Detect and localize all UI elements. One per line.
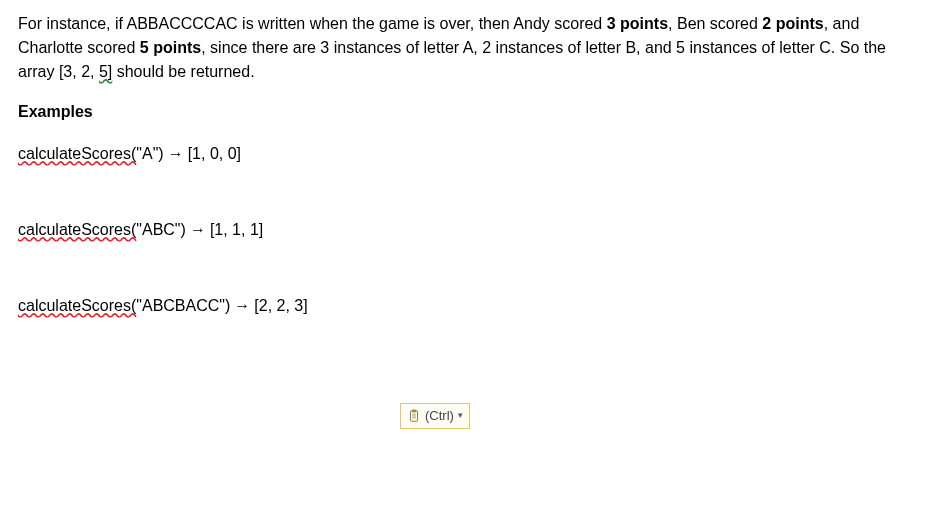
example-result: [2, 2, 3] [254, 297, 307, 314]
bold-5-points: 5 points [140, 39, 201, 56]
example-result: [1, 0, 0] [188, 145, 241, 162]
example-arg: "A") [136, 145, 163, 162]
grammar-squiggle: 5] [99, 63, 112, 80]
spell-squiggle: calculateScores( [18, 297, 136, 314]
example-2: calculateScores("ABC")→[1, 1, 1] [18, 218, 908, 242]
intro-paragraph: For instance, if ABBACCCCAC is written w… [18, 12, 908, 84]
example-1: calculateScores("A")→[1, 0, 0] [18, 142, 908, 166]
example-3: calculateScores("ABCBACC")→[2, 2, 3] [18, 294, 908, 318]
text: should be returned. [112, 63, 254, 80]
text: For instance, if ABBACCCCAC is written w… [18, 15, 607, 32]
bold-3-points: 3 points [607, 15, 668, 32]
examples-heading: Examples [18, 100, 908, 124]
spell-squiggle: calculateScores( [18, 145, 136, 162]
bold-2-points: 2 points [762, 15, 823, 32]
example-result: [1, 1, 1] [210, 221, 263, 238]
arrow-icon: → [186, 221, 210, 238]
text: , Ben scored [668, 15, 762, 32]
arrow-icon: → [230, 297, 254, 314]
example-arg: "ABCBACC") [136, 297, 230, 314]
example-arg: "ABC") [136, 221, 186, 238]
spell-squiggle: calculateScores( [18, 221, 136, 238]
arrow-icon: → [164, 145, 188, 162]
